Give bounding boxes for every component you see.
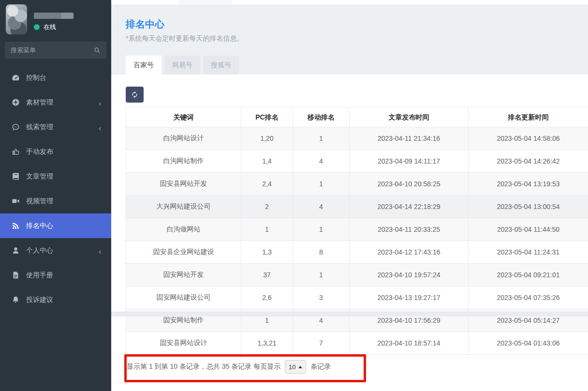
table-cell: 2023-05-04 14:26:42 [469,150,588,173]
table-cell: 2023-05-04 11:24:31 [469,241,588,264]
sidebar-item-articles[interactable]: 文章管理 [0,164,111,189]
page-size-select[interactable]: 10 [285,360,306,374]
sidebar-item-feedback[interactable]: 投诉建议 [0,287,111,312]
pagination-summary-prefix: 显示第 1 到第 10 条记录，总共 35 条记录 每页显示 [127,362,280,371]
sidebar-item-clues[interactable]: 线索管理 [0,115,111,139]
sidebar-item-manual-publish[interactable]: 手动发布 [0,139,111,164]
rss-icon [12,222,20,230]
table-cell: 2023-04-10 20:58:25 [350,173,469,196]
table-cell: 2023-05-04 14:58:06 [469,127,588,150]
column-header: PC排名 [241,108,293,127]
tab-wangyihao[interactable]: 网易号 [164,56,200,75]
sidebar-item-videos[interactable]: 视频管理 [0,189,111,213]
sidebar-menu: 控制台素材管理线索管理手动发布文章管理视频管理排名中心个人中心使用手册投诉建议 [0,65,111,312]
column-header: 关键词 [126,108,241,127]
online-status-label: 在线 [44,23,56,31]
table-row: 固安网站开发3712023-04-10 19:57:242023-05-04 0… [126,264,588,286]
video-icon [12,197,20,205]
sidebar-item-label: 手动发布 [26,148,53,156]
table-cell: 2,6 [241,286,293,309]
table-header-row: 关键词PC排名移动排名文章发布时间排名更新时间 [126,108,588,127]
table-cell: 8 [293,241,350,264]
table-cell: 1,3,21 [241,332,293,355]
table-cell: 2023-05-04 09:21:01 [469,264,588,286]
sidebar-item-label: 使用手册 [26,271,53,280]
table-cell: 白沟网站设计 [126,127,241,150]
table-row: 固安网站建设公司2,632023-04-13 19:27:172023-05-0… [126,286,588,309]
user-panel: 在线 [0,0,111,42]
table-cell: 2023-04-09 14:11:17 [350,150,469,173]
pagination-summary-suffix: 条记录 [310,362,331,371]
comment-dots-icon [12,123,20,131]
table-cell: 1,20 [241,127,293,150]
sidebar-item-profile[interactable]: 个人中心 [0,238,111,263]
table-cell: 1 [293,173,350,196]
caret-up-icon [298,366,302,368]
table-cell: 3 [293,286,350,309]
column-header: 排名更新时间 [469,108,588,127]
table-row: 固安县网站设计1,3,2172023-04-10 18:57:142023-05… [126,332,588,355]
avatar [6,4,27,34]
search-icon [94,47,101,54]
file-icon [12,271,20,279]
sidebar-item-handbook[interactable]: 使用手册 [0,263,111,287]
page-title: 排名中心 [126,18,164,31]
tab-souhuhao[interactable]: 搜狐号 [203,56,239,75]
table-row: 大兴网站建设公司242023-04-14 22:18:292023-05-04 … [126,196,588,218]
top-strip [111,0,588,5]
chevron-left-icon [98,248,103,253]
bottom-strip [111,312,588,316]
table-cell: 2023-04-11 20:33:25 [350,218,469,241]
table-cell: 2,4 [241,173,293,196]
table-cell: 4 [293,150,350,173]
table-row: 固安县网站开发2,412023-04-10 20:58:252023-05-04… [126,173,588,196]
chevron-left-icon [98,125,103,130]
table-cell: 1 [293,127,350,150]
table-cell: 2023-05-04 13:19:53 [469,173,588,196]
table-cell: 2023-04-10 19:57:24 [350,264,469,286]
table-cell: 白沟做网站 [126,218,241,241]
sidebar-item-label: 排名中心 [26,222,53,230]
refresh-button[interactable] [126,87,144,103]
bell-icon [12,296,20,304]
materials-icon [12,98,20,106]
sidebar-item-materials[interactable]: 素材管理 [0,90,111,115]
table-cell: 固安网站开发 [126,264,241,286]
dashboard-icon [12,74,20,82]
sidebar-item-ranking[interactable]: 排名中心 [0,213,111,238]
sidebar-item-label: 线索管理 [26,123,53,132]
online-status-dot-icon [34,24,40,30]
menu-search-input[interactable]: 搜索菜单 [5,42,106,59]
table-cell: 2023-04-14 22:18:29 [350,196,469,218]
menu-search-placeholder: 搜索菜单 [11,46,94,55]
table-cell: 2023-05-04 07:35:26 [469,286,588,309]
table-cell: 37 [241,264,293,286]
thumbs-up-icon [12,148,20,156]
table-cell: 1 [293,264,350,286]
table-row: 白沟网站制作1,442023-04-09 14:11:172023-05-04 … [126,150,588,173]
username-redacted [34,13,74,19]
sidebar-item-label: 素材管理 [26,98,53,107]
tab-baijiahao[interactable]: 百家号 [126,56,162,75]
table-cell: 1,3 [241,241,293,264]
table-cell: 7 [293,332,350,355]
table-row: 固安县企业网站建设1,382023-04-12 17:43:162023-05-… [126,241,588,264]
table-cell: 2023-04-10 18:57:14 [350,332,469,355]
sidebar-item-console[interactable]: 控制台 [0,65,111,90]
ranking-table: 关键词PC排名移动排名文章发布时间排名更新时间 白沟网站设计1,2012023-… [126,107,588,355]
table-row: 白沟网站设计1,2012023-04-11 21:34:162023-05-04… [126,127,588,150]
table-cell: 2023-04-13 19:27:17 [350,286,469,309]
sidebar-item-label: 个人中心 [26,246,53,255]
sidebar-item-label: 文章管理 [26,172,53,181]
online-status: 在线 [34,23,56,31]
table-cell: 2023-05-04 11:44:50 [469,218,588,241]
table-cell: 1 [241,218,293,241]
user-icon [12,246,20,255]
sidebar-item-label: 视频管理 [26,197,53,206]
sidebar-item-label: 投诉建议 [26,296,53,304]
table-cell: 2023-04-11 21:34:16 [350,127,469,150]
page-subtitle: *系统每天会定时更新每天的排名信息。 [126,34,243,43]
refresh-icon [131,91,138,98]
main-area: 排名中心 *系统每天会定时更新每天的排名信息。 百家号网易号搜狐号 关键词PC排… [111,0,588,391]
table-cell: 固安县网站设计 [126,332,241,355]
